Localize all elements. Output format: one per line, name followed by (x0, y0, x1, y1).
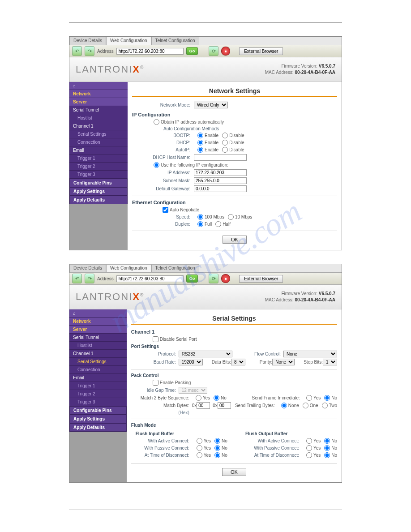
sidebar-trigger2[interactable]: Trigger 2 (69, 163, 128, 171)
matchbyte1-input[interactable] (197, 402, 210, 409)
sidebar-email[interactable]: Email (69, 146, 128, 154)
sidebar-connection[interactable]: Connection (69, 138, 128, 146)
go-button[interactable]: Go (186, 275, 198, 283)
st-none-radio[interactable] (281, 403, 287, 408)
speed100-radio[interactable] (197, 214, 203, 220)
disable-port-check[interactable] (153, 336, 158, 342)
sidebar-trigger3[interactable]: Trigger 3 (69, 171, 128, 179)
sidebar-trigger1[interactable]: Trigger 1 (69, 154, 128, 163)
sidebar-trigger2[interactable]: Trigger 2 (69, 390, 127, 398)
sidebar-channel1[interactable]: Channel 1 (69, 350, 127, 358)
full-radio[interactable] (197, 221, 203, 227)
sidebar-serial-settings[interactable]: Serial Settings (69, 358, 127, 366)
stop-icon[interactable]: ■ (221, 274, 230, 283)
sidebar-apply-settings[interactable]: Apply Settings (69, 187, 128, 196)
flow-select[interactable]: None (283, 351, 337, 357)
external-browser-button[interactable]: External Browser (239, 47, 283, 55)
refresh-icon[interactable]: ⟳ (209, 46, 218, 56)
sidebar-serial-settings[interactable]: Serial Settings (69, 130, 128, 138)
dhcp-enable-radio[interactable] (197, 140, 203, 146)
fo-passive-no[interactable] (324, 445, 330, 451)
forward-icon[interactable]: ↷ (85, 46, 94, 56)
fi-active-yes[interactable] (197, 438, 202, 444)
use-following-radio[interactable] (154, 162, 159, 168)
autoneg-check[interactable] (163, 207, 168, 213)
sf-yes-radio[interactable] (306, 395, 312, 401)
fi-passive-no[interactable] (214, 445, 220, 451)
fi-active-no[interactable] (214, 438, 220, 444)
sidebar-serial-tunnel[interactable]: Serial Tunnel (69, 106, 128, 114)
tab-device-details[interactable]: Device Details (69, 37, 106, 45)
ip-input[interactable] (194, 169, 247, 176)
sidebar-network[interactable]: Network (69, 90, 128, 98)
half-radio[interactable] (215, 221, 221, 227)
sidebar-trigger1[interactable]: Trigger 1 (69, 382, 127, 390)
sidebar-home[interactable]: ⌂ (69, 309, 127, 317)
fi-disc-yes[interactable] (197, 452, 202, 458)
dhcp-host-input[interactable] (194, 154, 247, 161)
fi-disc-no[interactable] (214, 452, 220, 458)
fi-passive-yes[interactable] (197, 445, 202, 451)
fo-active-yes[interactable] (306, 438, 312, 444)
baud-select[interactable]: 19200 (179, 359, 203, 365)
sidebar-hostlist[interactable]: Hostlist (69, 114, 128, 122)
sidebar-server[interactable]: Server (69, 326, 127, 334)
sidebar-network[interactable]: Network (69, 317, 127, 326)
sidebar-apply-settings[interactable]: Apply Settings (69, 415, 127, 423)
go-button[interactable]: Go (186, 47, 198, 55)
databits-select[interactable]: 8 (231, 359, 245, 365)
tab-web-config[interactable]: Web Configuration (106, 264, 151, 272)
matchbyte2-input[interactable] (218, 402, 231, 409)
tab-web-config[interactable]: Web Configuration (106, 37, 151, 45)
sidebar-channel1[interactable]: Channel 1 (69, 122, 128, 130)
m2b-yes-radio[interactable] (196, 395, 201, 401)
stop-icon[interactable]: ■ (221, 47, 230, 56)
enable-packing-check[interactable] (153, 380, 158, 386)
sidebar-apply-defaults[interactable]: Apply Defaults (69, 196, 128, 204)
address-input[interactable] (116, 275, 184, 282)
speed10-radio[interactable] (228, 214, 234, 220)
sidebar-configurable-pins[interactable]: Configurable Pins (69, 406, 127, 415)
sidebar-hostlist[interactable]: Hostlist (69, 342, 127, 350)
network-mode-select[interactable]: Wired Only (194, 102, 228, 108)
parity-select[interactable]: None (272, 359, 295, 365)
forward-icon[interactable]: ↷ (85, 274, 94, 283)
sidebar-server[interactable]: Server (69, 98, 128, 106)
autoip-disable-radio[interactable] (222, 147, 228, 153)
tab-telnet-config[interactable]: Telnet Configuration (151, 37, 199, 45)
ok-button[interactable]: OK (223, 236, 247, 244)
back-icon[interactable]: ↶ (72, 274, 82, 283)
st-one-radio[interactable] (303, 403, 308, 408)
external-browser-button[interactable]: External Browser (239, 275, 283, 283)
sf-no-radio[interactable] (324, 395, 330, 401)
sidebar-trigger3[interactable]: Trigger 3 (69, 398, 127, 406)
idle-gap-select[interactable]: 12 msec (179, 387, 207, 394)
mask-input[interactable] (194, 177, 247, 184)
gw-input[interactable] (194, 185, 247, 192)
bootp-enable-radio[interactable] (197, 133, 203, 138)
fo-disc-no[interactable] (324, 452, 330, 458)
address-input[interactable] (116, 48, 184, 55)
autoip-enable-radio[interactable] (197, 147, 203, 153)
sidebar-configurable-pins[interactable]: Configurable Pins (69, 179, 128, 187)
fo-passive-yes[interactable] (306, 445, 312, 451)
stopbits-select[interactable]: 1 (323, 359, 337, 365)
tab-device-details[interactable]: Device Details (69, 264, 106, 272)
sidebar-home[interactable]: ⌂ (69, 82, 128, 90)
ok-button[interactable]: OK (222, 468, 246, 476)
refresh-icon[interactable]: ⟳ (209, 274, 218, 283)
protocol-select[interactable]: RS232 (179, 351, 232, 357)
sidebar-serial-tunnel[interactable]: Serial Tunnel (69, 334, 127, 342)
sidebar-email[interactable]: Email (69, 374, 127, 382)
st-two-radio[interactable] (322, 403, 328, 408)
m2b-no-radio[interactable] (214, 395, 219, 401)
fo-disc-yes[interactable] (306, 452, 312, 458)
fo-active-no[interactable] (324, 438, 330, 444)
obtain-auto-radio[interactable] (154, 119, 159, 125)
dhcp-disable-radio[interactable] (222, 140, 228, 146)
bootp-disable-radio[interactable] (222, 133, 228, 138)
back-icon[interactable]: ↶ (72, 46, 82, 56)
sidebar-apply-defaults[interactable]: Apply Defaults (69, 423, 127, 432)
tab-telnet-config[interactable]: Telnet Configuration (151, 264, 199, 272)
sidebar-connection[interactable]: Connection (69, 366, 127, 374)
